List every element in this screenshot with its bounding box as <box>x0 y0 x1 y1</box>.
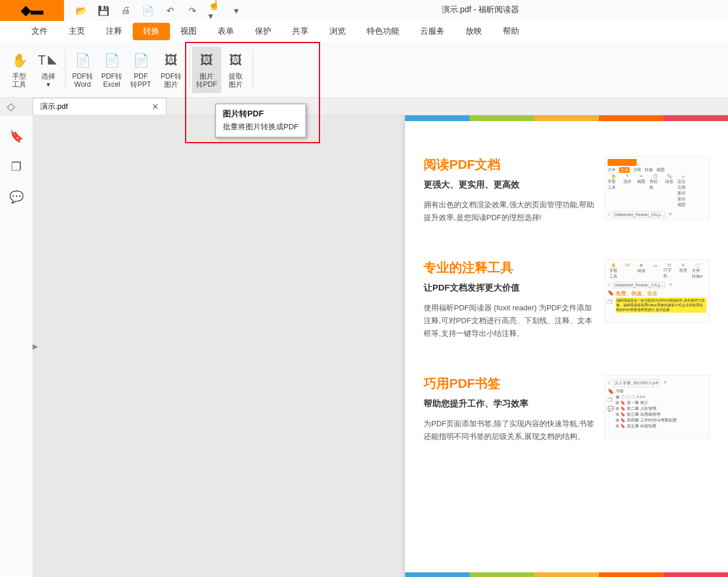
menu-tab-home[interactable]: 主页 <box>58 23 95 40</box>
pages-icon[interactable]: ❐ <box>9 160 23 174</box>
section-thumbnail: ✋手型工具 T▾ ⊕缩放 ▭ TI打字机 ✎高亮 📄文件转换▾ ◇ Datash… <box>605 259 709 323</box>
section-body: 为PDF页面添加书签,除了实现内容的快速导航,书签还能指明不同书签的层级关系,展… <box>424 417 598 443</box>
window-title: 演示.pdf - 福昕阅读器 <box>442 5 520 15</box>
pdf-page: 阅读PDF文档 更强大、更实用、更高效 拥有出色的文档渲染效果,强大的页面管理功… <box>405 115 728 577</box>
menu-tab-help[interactable]: 帮助 <box>492 23 530 40</box>
hand-icon[interactable]: ☝ ▾ <box>208 5 220 16</box>
ribbon-hand-tool[interactable]: ✋ 手型 工具 <box>5 47 34 93</box>
separator <box>65 49 66 90</box>
menu-tab-present[interactable]: 放映 <box>455 23 492 40</box>
word-icon: 📄 <box>73 51 92 70</box>
ribbon-pdf-to-excel[interactable]: 📄 PDF转 Excel <box>97 47 126 93</box>
tab-label: 演示.pdf <box>40 101 68 112</box>
open-icon[interactable]: 📂 <box>76 5 87 16</box>
menu-tab-form[interactable]: 表单 <box>207 23 244 40</box>
section-subtitle: 帮助您提升工作、学习效率 <box>424 398 598 409</box>
page-section-1: 阅读PDF文档 更强大、更实用、更高效 拥有出色的文档渲染效果,强大的页面管理功… <box>405 156 728 259</box>
undo-icon[interactable]: ↶ <box>164 5 176 16</box>
side-panel: 🔖 ❐ 💬 <box>0 115 33 577</box>
new-page-icon[interactable]: 📄 <box>142 5 154 16</box>
section-thumbnail: ◇ 员工手册_20120917.pdf✕ 🔖❐💬 书签 ▦ ▢ ▢ ▢ A A … <box>605 375 709 439</box>
hand-icon: ✋ <box>10 51 29 70</box>
section-thumbnail: 文件 主页 注释 转换 视图 ✋手型 工具 Ꭲ选择 ✂截图 📋剪贴 板 🔍缩放 … <box>605 156 709 220</box>
section-subtitle: 更强大、更实用、更高效 <box>424 179 598 190</box>
dropdown-icon[interactable]: ▾ <box>230 5 242 16</box>
menu-tab-convert[interactable]: 转换 <box>133 23 170 40</box>
menu-tab-file[interactable]: 文件 <box>21 23 58 40</box>
eraser-icon[interactable]: ◇ <box>7 100 15 113</box>
section-title: 巧用PDF书签 <box>424 375 598 392</box>
document-tab[interactable]: 演示.pdf ✕ <box>33 98 166 115</box>
ribbon-pdf-to-image[interactable]: 🖼 PDF转 图片 <box>155 47 187 93</box>
separator <box>189 49 190 90</box>
excel-icon: 📄 <box>102 51 121 70</box>
ribbon-image-to-pdf[interactable]: 🖼 图片 转PDF <box>192 47 221 93</box>
section-body: 使用福昕PDF阅读器 (foxit reader) 为PDF文件添加注释,可对P… <box>424 302 598 340</box>
page-section-3: 巧用PDF书签 帮助您提升工作、学习效率 为PDF页面添加书签,除了实现内容的快… <box>405 375 728 478</box>
menu-tab-protect[interactable]: 保护 <box>244 23 282 40</box>
menu-tab-browse[interactable]: 浏览 <box>319 23 356 40</box>
section-title: 阅读PDF文档 <box>424 156 598 174</box>
tooltip: 图片转PDF 批量将图片转换成PDF <box>215 104 306 137</box>
app-logo: ◆▬ <box>0 0 64 21</box>
section-title: 专业的注释工具 <box>424 259 598 277</box>
menu-tab-feature[interactable]: 特色功能 <box>356 23 410 40</box>
menu-tab-bar: 文件 主页 注释 转换 视图 表单 保护 共享 浏览 特色功能 云服务 放映 帮… <box>0 21 728 42</box>
document-area[interactable]: ▶ 阅读PDF文档 更强大、更实用、更高效 拥有出色的文档渲染效果,强大的页面管… <box>33 115 728 577</box>
ribbon-pdf-to-ppt[interactable]: 📄 PDF 转PPT <box>126 47 155 93</box>
expand-handle[interactable]: ▶ <box>33 342 38 351</box>
image-pdf-icon: 🖼 <box>197 51 216 70</box>
main-area: 🔖 ❐ 💬 ▶ 阅读PDF文档 更强大、更实用、更高效 拥有出色的文档渲染效果,… <box>0 115 728 577</box>
ribbon-select[interactable]: Ꭲ◣ 选择▾ <box>34 47 63 93</box>
ribbon-extract-image[interactable]: 🖼 提取 图片 <box>221 47 250 93</box>
image-icon: 🖼 <box>162 51 180 70</box>
ppt-icon: 📄 <box>132 51 150 70</box>
close-icon[interactable]: ✕ <box>152 102 159 111</box>
section-subtitle: 让PDF文档发挥更大价值 <box>424 282 598 293</box>
separator <box>253 49 253 90</box>
extract-icon: 🖼 <box>226 51 245 70</box>
page-section-2: 专业的注释工具 让PDF文档发挥更大价值 使用福昕PDF阅读器 (foxit r… <box>405 259 728 375</box>
menu-tab-comment[interactable]: 注释 <box>95 23 133 40</box>
menu-tab-share[interactable]: 共享 <box>282 23 319 40</box>
ribbon: ✋ 手型 工具 Ꭲ◣ 选择▾ 📄 PDF转 Word 📄 PDF转 Excel … <box>0 42 728 98</box>
tooltip-desc: 批量将图片转换成PDF <box>223 122 299 132</box>
cursor-icon: Ꭲ◣ <box>39 51 58 70</box>
tooltip-title: 图片转PDF <box>223 109 299 119</box>
section-body: 拥有出色的文档渲染效果,强大的页面管理功能,帮助提升效率,是您阅读PDF的理想选… <box>424 199 598 224</box>
ribbon-pdf-to-word[interactable]: 📄 PDF转 Word <box>68 47 97 93</box>
document-tab-strip: 演示.pdf ✕ <box>0 98 728 115</box>
comment-icon[interactable]: 💬 <box>9 190 23 204</box>
bookmark-icon[interactable]: 🔖 <box>9 129 23 143</box>
quick-access-toolbar: ◆▬ 📂 💾 🖨 📄 ↶ ↷ ☝ ▾ ▾ 演示.pdf - 福昕阅读器 <box>0 0 728 21</box>
menu-tab-view[interactable]: 视图 <box>170 23 207 40</box>
print-icon[interactable]: 🖨 <box>120 5 132 16</box>
redo-icon[interactable]: ↷ <box>186 5 198 16</box>
save-icon[interactable]: 💾 <box>98 5 109 16</box>
menu-tab-cloud[interactable]: 云服务 <box>410 23 455 40</box>
